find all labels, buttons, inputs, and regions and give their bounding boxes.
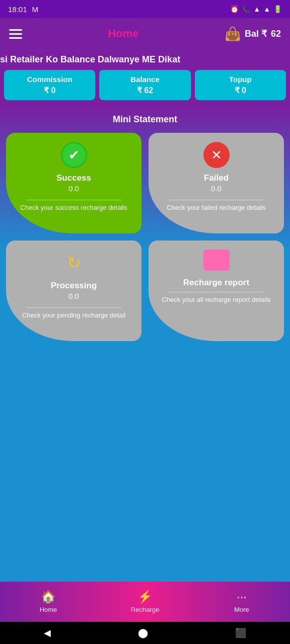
android-nav-bar: ◀ ⬤ ⬛ xyxy=(0,622,290,644)
recharge-icon: ⚡ xyxy=(137,590,153,604)
alarm-icon: ⏰ xyxy=(230,5,239,13)
failed-icon: ✕ xyxy=(203,142,230,168)
report-divider xyxy=(169,292,264,292)
report-desc: Check your all recharge report details xyxy=(162,295,270,304)
nav-title: Home xyxy=(108,27,138,40)
battery-icon: 🔋 xyxy=(273,5,282,13)
balance-widget: 👜 Bal ₹62 xyxy=(225,26,281,42)
stats-row: Commission ₹ 0 Balance ₹ 62 Topup ₹ 0 xyxy=(0,70,290,106)
main-content: Mini Statement ✔ Success 0.0 Check your … xyxy=(0,106,290,469)
balance-stat-label: Balance xyxy=(103,75,186,84)
processing-divider xyxy=(26,307,122,308)
success-label: Success xyxy=(56,173,91,183)
home-button[interactable]: ⬤ xyxy=(138,627,148,638)
home-label: Home xyxy=(40,606,57,613)
bottom-nav: 🏠 Home ⚡ Recharge ··· More xyxy=(0,582,290,622)
commission-value: ₹ 0 xyxy=(8,86,91,95)
wifi-icon: ▲ xyxy=(253,5,260,13)
topup-value: ₹ 0 xyxy=(199,86,282,95)
processing-value: 0.0 xyxy=(68,292,79,300)
status-left: 18:01 M xyxy=(8,5,38,14)
report-label: Recharge report xyxy=(183,278,249,288)
phone-icon: 📞 xyxy=(242,5,250,13)
status-right: ⏰ 📞 ▲ ▲ 🔋 xyxy=(230,5,282,13)
failed-desc: Check your failed recharge details xyxy=(167,203,266,212)
failed-value: 0.0 xyxy=(211,184,222,193)
success-icon: ✔ xyxy=(61,142,87,168)
processing-label: Processing xyxy=(51,281,97,291)
balance-label: Bal ₹ xyxy=(245,28,267,39)
balance-value: 62 xyxy=(271,29,281,39)
commission-label: Commission xyxy=(8,75,91,84)
recents-button[interactable]: ⬛ xyxy=(235,627,246,638)
status-time: 18:01 xyxy=(8,5,27,14)
more-label: More xyxy=(234,606,249,613)
hamburger-menu[interactable] xyxy=(9,29,22,39)
top-nav: Home 👜 Bal ₹62 xyxy=(0,18,290,49)
signal-icon: ▲ xyxy=(263,5,270,13)
failed-divider xyxy=(169,200,264,200)
status-bar: 18:01 M ⏰ 📞 ▲ ▲ 🔋 xyxy=(0,0,290,18)
topup-label: Topup xyxy=(199,75,282,84)
processing-icon: ↻ xyxy=(61,250,87,276)
mini-statement-title: Mini Statement xyxy=(6,114,284,125)
status-carrier: M xyxy=(32,5,39,14)
stat-card-balance[interactable]: Balance ₹ 62 xyxy=(99,70,190,100)
marquee-banner: si Retailer Ko Balance Dalwanye ME Dikat xyxy=(0,49,290,70)
balance-stat-value: ₹ 62 xyxy=(103,86,186,95)
stat-card-commission[interactable]: Commission ₹ 0 xyxy=(4,70,95,100)
success-card[interactable]: ✔ Success 0.0 Check your success recharg… xyxy=(6,133,141,233)
back-button[interactable]: ◀ xyxy=(44,627,51,638)
nav-more[interactable]: ··· More xyxy=(193,590,290,613)
marquee-text: si Retailer Ko Balance Dalwanye ME Dikat xyxy=(0,54,180,65)
success-divider xyxy=(26,200,122,200)
failed-label: Failed xyxy=(204,173,229,183)
report-icon xyxy=(203,250,230,271)
stat-card-topup[interactable]: Topup ₹ 0 xyxy=(195,70,286,100)
processing-card[interactable]: ↻ Processing 0.0 Check your pending rech… xyxy=(6,240,141,341)
failed-card[interactable]: ✕ Failed 0.0 Check your failed recharge … xyxy=(149,133,284,233)
content-spacer xyxy=(0,469,290,582)
more-icon: ··· xyxy=(237,590,247,604)
cards-grid: ✔ Success 0.0 Check your success recharg… xyxy=(6,133,284,341)
home-icon: 🏠 xyxy=(41,590,56,604)
report-card[interactable]: Recharge report Check your all recharge … xyxy=(149,240,284,341)
nav-home[interactable]: 🏠 Home xyxy=(0,590,97,613)
success-desc: Check your success recharge details xyxy=(20,203,127,212)
recharge-label: Recharge xyxy=(131,606,159,613)
success-value: 0.0 xyxy=(68,184,79,193)
nav-recharge[interactable]: ⚡ Recharge xyxy=(97,590,193,613)
processing-desc: Check your pending recharge detail xyxy=(22,311,125,320)
wallet-icon: 👜 xyxy=(225,26,241,42)
